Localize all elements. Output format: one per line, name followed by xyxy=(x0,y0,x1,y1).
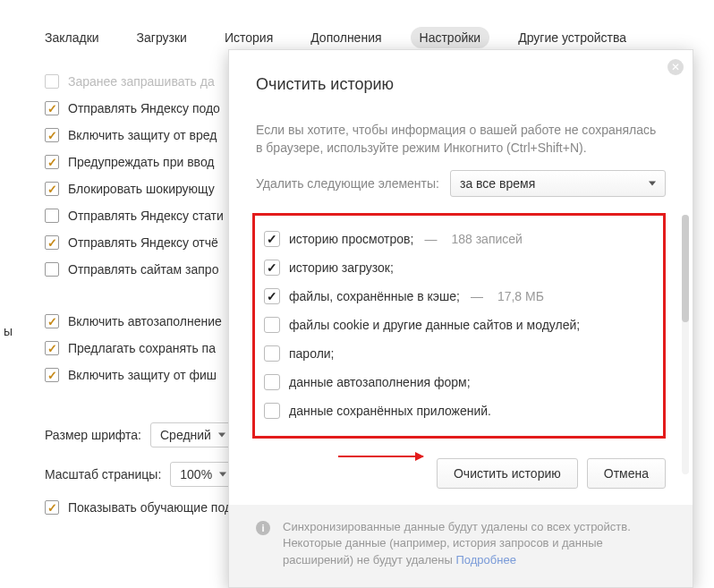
setting-label: Отправлять Яндексу стати xyxy=(68,209,224,223)
checkbox[interactable] xyxy=(264,288,280,304)
zoom-select[interactable]: 100% xyxy=(170,462,234,487)
setting-label: Отправлять Яндексу отчё xyxy=(68,235,218,250)
tab-history[interactable]: История xyxy=(216,27,282,48)
setting-label: Отправлять Яндексу подо xyxy=(68,101,220,115)
checkbox[interactable] xyxy=(45,74,59,89)
setting-label: Отправлять сайтам запро xyxy=(68,262,218,277)
checkbox[interactable] xyxy=(264,374,280,390)
clear-item-cookies: файлы cookie и другие данные сайтов и мо… xyxy=(264,311,650,339)
cutoff-char: ы xyxy=(0,324,13,345)
checkbox[interactable] xyxy=(45,500,59,515)
item-label: файлы cookie и другие данные сайтов и мо… xyxy=(289,318,580,332)
clear-item-appdata: данные сохранённых приложений. xyxy=(264,396,650,425)
item-label: файлы, сохранённые в кэше; xyxy=(289,289,460,303)
clear-item-autofill: данные автозаполнения форм; xyxy=(264,368,650,396)
checkbox[interactable] xyxy=(45,128,59,142)
dialog-title: Очистить историю xyxy=(229,50,693,103)
font-size-label: Размер шрифта: xyxy=(45,428,141,442)
footer-text: Синхронизированные данные будут удалены … xyxy=(283,519,666,570)
checkbox[interactable] xyxy=(264,260,280,276)
cancel-button[interactable]: Отмена xyxy=(587,458,666,489)
checkbox[interactable] xyxy=(45,155,59,169)
setting-label: Предупреждать при ввод xyxy=(68,155,215,169)
clear-item-browsing: историю просмотров; — 188 записей xyxy=(264,225,650,253)
checkbox[interactable] xyxy=(264,403,280,419)
delete-label: Удалить следующие элементы: xyxy=(256,176,439,191)
checkbox[interactable] xyxy=(45,341,59,355)
annotation-box: историю просмотров; — 188 записей истори… xyxy=(252,213,666,439)
item-label: историю загрузок; xyxy=(289,260,394,275)
item-label: данные сохранённых приложений. xyxy=(289,404,491,418)
clear-item-cache: файлы, сохранённые в кэше; — 17,8 МБ xyxy=(264,282,650,311)
setting-label: Включить автозаполнение xyxy=(68,314,222,328)
time-range-select[interactable]: за все время xyxy=(450,170,666,197)
setting-label: Блокировать шокирующу xyxy=(68,182,215,196)
item-label: данные автозаполнения форм; xyxy=(289,375,471,389)
checkbox[interactable] xyxy=(264,345,280,362)
checkbox[interactable] xyxy=(45,209,59,223)
zoom-label: Масштаб страницы: xyxy=(45,467,161,481)
item-label: пароли; xyxy=(289,346,335,361)
learn-more-link[interactable]: Подробнее xyxy=(456,553,516,567)
checkbox[interactable] xyxy=(45,235,59,250)
checkbox[interactable] xyxy=(45,101,59,115)
setting-label: Предлагать сохранять па xyxy=(68,341,216,355)
setting-label: Включить защиту от фиш xyxy=(68,368,217,382)
checkbox[interactable] xyxy=(264,231,280,247)
item-meta: 17,8 МБ xyxy=(497,289,544,303)
item-meta: 188 записей xyxy=(451,232,522,246)
tab-other-devices[interactable]: Другие устройства xyxy=(509,27,635,48)
checkbox[interactable] xyxy=(45,368,59,382)
setting-label: Заранее запрашивать да xyxy=(68,74,215,89)
tab-bookmarks[interactable]: Закладки xyxy=(36,27,108,48)
close-icon[interactable]: ✕ xyxy=(667,59,684,75)
info-icon: i xyxy=(256,521,270,535)
checkbox[interactable] xyxy=(45,314,59,328)
scrollbar[interactable] xyxy=(682,215,689,474)
tab-addons[interactable]: Дополнения xyxy=(302,27,390,48)
clear-item-passwords: пароли; xyxy=(264,339,650,368)
checkbox[interactable] xyxy=(45,262,59,277)
item-label: историю просмотров; xyxy=(289,232,413,246)
clear-history-dialog: ✕ Очистить историю Если вы хотите, чтобы… xyxy=(228,49,693,588)
setting-label: Включить защиту от вред xyxy=(68,128,217,142)
dialog-footer: i Синхронизированные данные будут удален… xyxy=(229,505,693,588)
annotation-arrow xyxy=(338,456,423,457)
font-size-select[interactable]: Средний xyxy=(150,422,234,447)
tab-settings[interactable]: Настройки xyxy=(411,27,490,48)
dialog-subtitle: Если вы хотите, чтобы информация о вашей… xyxy=(229,103,693,158)
checkbox[interactable] xyxy=(264,317,280,333)
clear-history-button[interactable]: Очистить историю xyxy=(437,458,578,489)
tab-downloads[interactable]: Загрузки xyxy=(128,27,196,48)
clear-item-downloads: историю загрузок; xyxy=(264,253,650,282)
checkbox[interactable] xyxy=(45,182,59,196)
scrollbar-thumb[interactable] xyxy=(682,215,689,322)
